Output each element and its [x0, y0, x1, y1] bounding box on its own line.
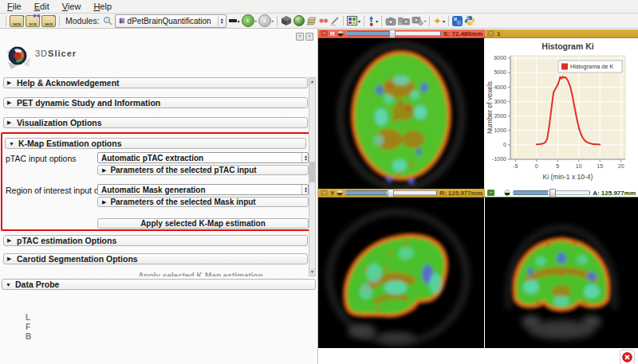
- panel-scrollbar[interactable]: ▲ ▼: [309, 77, 316, 276]
- camera-gear-icon: [412, 16, 423, 25]
- extensions-manager-button[interactable]: [452, 14, 463, 27]
- menu-help[interactable]: Help: [93, 2, 112, 11]
- ptac-parameters-button[interactable]: ▶ Parameters of the selected pTAC input: [97, 165, 309, 175]
- ptac-input-combobox[interactable]: Automatic pTAC extraction ▲▼: [97, 152, 309, 163]
- python-console-button[interactable]: [464, 14, 475, 27]
- slider-handle[interactable]: [549, 189, 556, 198]
- annotation-button[interactable]: [329, 14, 340, 27]
- section-label: PET dynamic Study and Information: [17, 98, 160, 108]
- module-history-button[interactable]: ▾: [229, 14, 240, 27]
- module-search-button[interactable]: [103, 14, 112, 27]
- axial-slice-slider[interactable]: [346, 31, 441, 36]
- coronal-view-bar: - G A: 125.977mm: [485, 189, 638, 198]
- volume-cube-button[interactable]: [281, 14, 292, 27]
- coronal-slice-offset: A: 125.977mm: [593, 190, 636, 197]
- scrollbar-thumb[interactable]: [309, 162, 315, 182]
- layout-selector-button[interactable]: ▾: [347, 14, 360, 27]
- svg-text:15: 15: [597, 163, 603, 169]
- module-selector[interactable]: dPetBrainQuantification ▲▼: [115, 14, 226, 28]
- dropdown-arrow-icon: ▾: [376, 18, 378, 24]
- coronal-slice-view[interactable]: [485, 198, 638, 348]
- axial-view-menu-button[interactable]: -: [321, 30, 328, 37]
- slice-marker-button[interactable]: ▾: [368, 14, 378, 27]
- eye-icon[interactable]: [504, 190, 510, 196]
- panel-corner-icons: × ×: [296, 33, 313, 41]
- scroll-down-icon[interactable]: ▼: [309, 268, 315, 276]
- eye-icon[interactable]: [337, 30, 344, 37]
- module-name: dPetBrainQuantification: [128, 17, 211, 25]
- section-pet-dynamic-study[interactable]: ▶ PET dynamic Study and Information: [3, 97, 308, 108]
- collapsed-arrow-icon: ▶: [7, 256, 13, 262]
- sagittal-view-label: Y: [330, 190, 334, 197]
- panel-popup-icon[interactable]: ×: [296, 33, 304, 41]
- extensions-icon: [452, 16, 463, 26]
- slider-handle[interactable]: [389, 29, 396, 38]
- toolbar-separator: [6, 16, 6, 26]
- sagittal-view-menu-button[interactable]: -: [321, 190, 328, 196]
- layers-icon: [306, 16, 317, 26]
- save-icon: ➤SAVE: [41, 15, 56, 27]
- scene-view-capture-button[interactable]: [398, 14, 410, 27]
- slicer-logo: 3DSlicer: [5, 41, 77, 70]
- svg-text:Number of voxels: Number of voxels: [486, 81, 494, 134]
- coronal-slice-slider[interactable]: [513, 190, 590, 195]
- kmap-annotation-outline: ▼ K-Map Estimation options pTAC input op…: [1, 132, 310, 231]
- sagittal-slice-view[interactable]: [318, 198, 484, 348]
- module-selector-spinner[interactable]: ▲▼: [218, 16, 224, 25]
- module-icon: [119, 18, 125, 24]
- load-data-button[interactable]: +DATA: [10, 14, 24, 27]
- layers-button[interactable]: [306, 14, 317, 27]
- sphere-icon: [293, 15, 305, 26]
- toolbar-separator: [381, 16, 382, 26]
- pencil-icon: [329, 16, 340, 26]
- sagittal-slice-slider[interactable]: [345, 190, 437, 195]
- section-carotid-segmentation[interactable]: ▶ Carotid Segmentation Options: [3, 253, 308, 264]
- mask-parameters-button[interactable]: ▶ Parameters of the selected Mask input: [97, 197, 309, 207]
- menu-edit[interactable]: Edit: [34, 2, 49, 11]
- panel-hide-icon[interactable]: ×: [305, 33, 313, 41]
- roi-input-combobox[interactable]: Automatic Mask generation ▲▼: [97, 184, 309, 195]
- collapsed-arrow-icon: ▶: [102, 167, 106, 174]
- section-visualization-options[interactable]: ▶ Visualization Options: [3, 117, 308, 128]
- module-back-button[interactable]: ‹▾: [242, 14, 257, 27]
- markups-button[interactable]: ✱✱: [319, 14, 328, 27]
- module-forward-button[interactable]: ›▾: [258, 14, 274, 27]
- chart-view-menu-button[interactable]: -: [487, 30, 494, 37]
- ptac-input-value: Automatic pTAC extraction: [101, 154, 203, 162]
- scroll-up-icon[interactable]: ▲: [309, 78, 315, 85]
- sphere-view-button[interactable]: [293, 14, 305, 27]
- camera-film-icon: [398, 17, 410, 25]
- scene-view-settings-button[interactable]: ▾: [412, 14, 426, 27]
- module-panel: × × 3DSlicer ▶ Help & Acknowledgement ▶: [0, 29, 318, 364]
- save-button[interactable]: ➤SAVE: [41, 14, 56, 27]
- slicer-logo-text: 3DSlicer: [35, 49, 77, 58]
- load-dicom-button[interactable]: ✱✱DCM: [26, 14, 40, 27]
- slider-handle[interactable]: [388, 189, 394, 198]
- statusbar-close-button[interactable]: [620, 350, 635, 364]
- section-data-probe[interactable]: ▼ Data Probe: [2, 279, 316, 290]
- coronal-view-menu-button[interactable]: -: [487, 190, 494, 196]
- svg-text:20: 20: [618, 163, 624, 169]
- section-help-acknowledgement[interactable]: ▶ Help & Acknowledgement: [3, 77, 308, 88]
- apply-kmap-estimation-button[interactable]: Apply selected K-Map estimation: [97, 218, 309, 229]
- menu-file[interactable]: File: [7, 2, 22, 11]
- section-ptac-estimation[interactable]: ▶ pTAC estimation Options: [3, 235, 308, 246]
- axial-slice-view[interactable]: [318, 38, 484, 189]
- slicer-logo-icon: [5, 41, 32, 70]
- axial-slice-offset: S: 72.480mm: [443, 30, 482, 37]
- markups-asterisk-icon: ✱✱: [319, 19, 328, 23]
- toolbar-separator: [343, 16, 344, 26]
- screenshot-button[interactable]: [385, 14, 396, 27]
- eye-icon[interactable]: [337, 190, 343, 196]
- main-toolbar: +DATA ✱✱DCM ➤SAVE Modules: dPetBrainQuan…: [0, 14, 638, 29]
- svg-text:Histogram Ki: Histogram Ki: [542, 41, 593, 51]
- section-kmap-estimation[interactable]: ▼ K-Map Estimation options: [5, 138, 306, 149]
- button-label: Parameters of the selected pTAC input: [110, 166, 256, 174]
- close-icon: [622, 352, 632, 362]
- history-icon: [229, 19, 237, 22]
- crosshair-button[interactable]: ✦ ▾: [433, 14, 445, 27]
- clipped-apply-button: Apply selected K-Map estimation: [95, 271, 306, 276]
- histogram-chart-view[interactable]: -10000100020003000400050006000-505101520…: [485, 38, 638, 189]
- slice-views-area: - R S: 72.480mm: [318, 29, 638, 364]
- menu-view[interactable]: View: [62, 2, 81, 11]
